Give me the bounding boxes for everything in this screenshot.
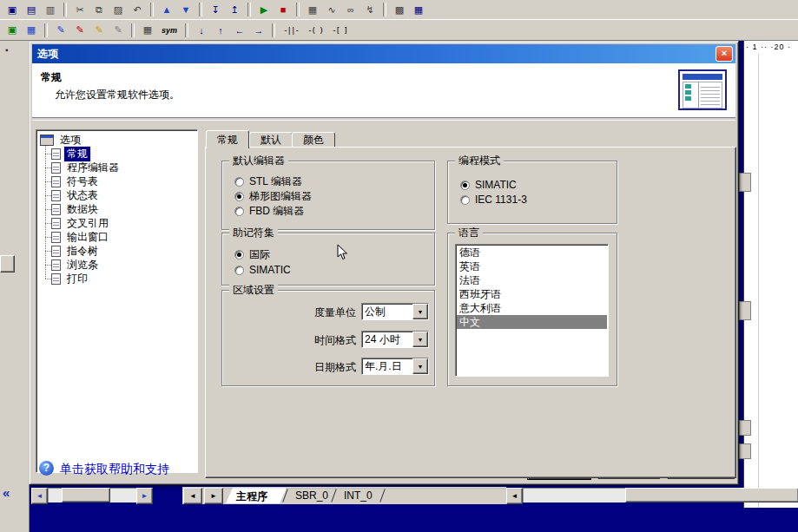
sort-descending-icon[interactable]: ▼ — [177, 2, 195, 17]
help-icon[interactable]: ? — [39, 461, 54, 476]
language-list-item[interactable]: 西班牙语 — [457, 287, 607, 301]
print-icon[interactable]: ▥ — [42, 2, 59, 17]
tree-item[interactable]: 浏览条 — [51, 259, 101, 272]
coil-icon[interactable]: -( ) — [304, 23, 326, 38]
radio-simatic-mnemonic[interactable]: SIMATIC — [234, 264, 291, 276]
tree-item[interactable]: 符号表 — [51, 175, 101, 188]
language-list-item[interactable]: 中文 — [457, 315, 607, 329]
new-window-icon[interactable]: ▣ — [3, 2, 21, 17]
pencil-yellow-icon[interactable]: ✎ — [90, 23, 108, 38]
toolbar-separator — [296, 3, 300, 16]
cut-icon[interactable]: ✂ — [71, 2, 89, 17]
toolbar-row-2: ▣▦✎✎✎✎▦sym↓↑←→-||--( )-[ ] — [0, 19, 798, 40]
scrollbar-thumb[interactable] — [62, 488, 110, 502]
tree-root[interactable]: 选项 — [40, 133, 83, 148]
options-tree[interactable]: 选项 常规程序编辑器符号表状态表数据块交叉引用输出窗口指令树浏览条打印 — [36, 129, 198, 473]
sort-ascending-icon[interactable]: ▲ — [158, 2, 175, 17]
pencil-blue-icon[interactable]: ✎ — [52, 23, 69, 38]
radio-ladder-editor[interactable]: 梯形图编辑器 — [234, 190, 312, 202]
chevron-down-icon[interactable]: ▼ — [412, 304, 428, 319]
pencil-gray-icon[interactable]: ✎ — [109, 23, 127, 38]
sidebar-handle[interactable] — [0, 255, 15, 273]
radio-stl-editor[interactable]: STL 编辑器 — [234, 175, 302, 187]
chevron-down-icon[interactable]: ▼ — [412, 358, 428, 374]
trend-icon[interactable]: ∿ — [323, 2, 340, 17]
radio-icon[interactable] — [234, 192, 244, 201]
tab-general[interactable]: 常规 — [206, 130, 249, 148]
tree-item[interactable]: 常规 — [51, 148, 90, 161]
dialog-body: 选项 常规程序编辑器符号表状态表数据块交叉引用输出窗口指令树浏览条打印 常规 默… — [32, 121, 735, 482]
toolbar-separator — [199, 3, 202, 16]
language-list-item[interactable]: 意大利语 — [457, 301, 607, 315]
scroll-right-icon[interactable]: ► — [136, 488, 153, 504]
blue-grid-icon[interactable]: ▦ — [23, 23, 40, 38]
measurement-unit-combobox[interactable]: 公制 ▼ — [361, 303, 429, 320]
time-format-combobox[interactable]: 24 小时 ▼ — [361, 331, 429, 348]
line-left-icon[interactable]: ← — [231, 23, 248, 38]
tree-item[interactable]: 程序编辑器 — [51, 161, 122, 174]
radio-fbd-editor[interactable]: FBD 编辑器 — [234, 205, 304, 217]
upload-icon[interactable]: ↥ — [226, 2, 243, 17]
download-icon[interactable]: ↧ — [207, 2, 224, 17]
contact-icon[interactable]: -||- — [280, 23, 302, 38]
tree-item[interactable]: 输出窗口 — [51, 231, 111, 244]
binoculars-icon[interactable]: ∞ — [342, 2, 359, 17]
force-icon[interactable]: ↯ — [361, 2, 379, 17]
language-listbox[interactable]: 德语英语法语西班牙语意大利语中文 — [455, 244, 609, 377]
chevron-down-icon[interactable]: ▼ — [412, 332, 428, 347]
cascade-windows-icon[interactable]: ▩ — [391, 2, 408, 17]
tab-color[interactable]: 颜色 — [292, 132, 335, 148]
tab-scroll-right-icon[interactable]: ► — [204, 488, 223, 504]
radio-iec-mode[interactable]: IEC 1131-3 — [460, 194, 527, 206]
pencil-red-icon[interactable]: ✎ — [71, 23, 89, 38]
language-list-item[interactable]: 法语 — [457, 273, 607, 287]
undo-icon[interactable]: ↶ — [129, 2, 146, 17]
tab-scroll-left-icon[interactable]: ◄ — [183, 488, 202, 504]
close-icon[interactable]: × — [716, 46, 733, 62]
pou-tab-sbr0[interactable]: SBR_0 — [295, 489, 328, 502]
radio-icon[interactable] — [460, 195, 470, 205]
scroll-left-icon[interactable]: ◄ — [31, 488, 48, 504]
tree-item[interactable]: 指令树 — [51, 245, 101, 258]
language-list-item[interactable]: 德语 — [457, 246, 607, 259]
scroll-left-icon[interactable]: ◄ — [506, 488, 523, 504]
line-down-icon[interactable]: ↓ — [193, 23, 210, 38]
open-table-icon[interactable]: ▤ — [23, 2, 40, 17]
radio-icon[interactable] — [234, 266, 244, 275]
tree-item[interactable]: 数据块 — [51, 203, 101, 216]
status-chart-icon[interactable]: ▦ — [304, 2, 321, 17]
stop-icon[interactable]: ■ — [274, 2, 292, 17]
radio-international[interactable]: 国际 — [234, 248, 270, 260]
horizontal-scrollbar-left[interactable]: ◄ ► — [31, 488, 153, 502]
horizontal-scrollbar-right[interactable]: ◄ — [506, 488, 798, 502]
tree-item[interactable]: 打印 — [51, 273, 90, 286]
green-window-icon[interactable]: ▣ — [3, 23, 21, 38]
line-right-icon[interactable]: → — [250, 23, 267, 38]
scrollbar-track[interactable] — [48, 488, 136, 502]
line-up-icon[interactable]: ↑ — [212, 23, 229, 38]
tree-item[interactable]: 状态表 — [51, 189, 101, 202]
collapse-left-icon[interactable]: « — [3, 485, 10, 500]
run-icon[interactable]: ▶ — [255, 2, 273, 17]
radio-icon[interactable] — [460, 181, 470, 190]
scrollbar-thumb[interactable] — [625, 488, 798, 502]
language-list-item[interactable]: 英语 — [457, 259, 607, 273]
paste-icon[interactable]: ▨ — [109, 2, 127, 17]
radio-simatic-mode[interactable]: SIMATIC — [460, 179, 517, 191]
pou-tab-main[interactable]: 主程序 — [236, 489, 267, 504]
scrollbar-track[interactable] — [523, 488, 798, 502]
copy-icon[interactable]: ⧉ — [90, 2, 108, 17]
sym-toggle-icon[interactable]: sym — [158, 23, 181, 38]
network-grid-icon[interactable]: ▦ — [139, 23, 156, 38]
dialog-titlebar[interactable]: 选项 × — [32, 44, 735, 63]
tree-item[interactable]: 交叉引用 — [51, 217, 111, 230]
pou-tab-int0[interactable]: INT_0 — [344, 489, 373, 502]
radio-icon[interactable] — [234, 177, 244, 187]
options-grid-icon[interactable]: ▦ — [410, 2, 427, 17]
help-link[interactable]: 单击获取帮助和支持 — [60, 462, 169, 477]
tab-default[interactable]: 默认 — [249, 132, 293, 148]
radio-icon[interactable] — [234, 250, 244, 259]
box-icon[interactable]: -[ ] — [328, 23, 351, 38]
radio-icon[interactable] — [234, 207, 244, 216]
date-format-combobox[interactable]: 年.月.日 ▼ — [361, 358, 429, 375]
